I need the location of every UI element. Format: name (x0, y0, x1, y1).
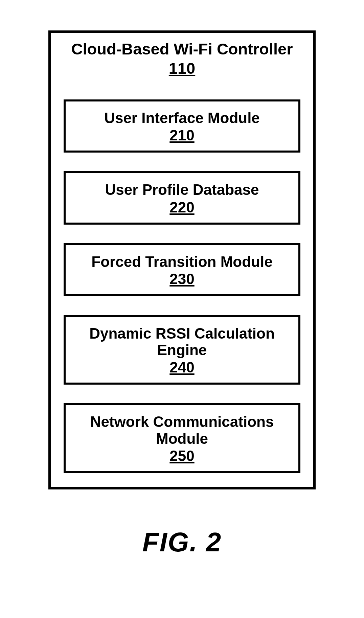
module-label: Dynamic RSSI Calculation Engine (69, 325, 295, 359)
module-ref: 240 (69, 359, 295, 376)
module-ref: 230 (69, 271, 295, 288)
figure-page: Cloud-Based Wi-Fi Controller 110 User In… (0, 0, 364, 618)
module-forced-transition: Forced Transition Module 230 (64, 243, 300, 296)
module-label: Forced Transition Module (69, 253, 295, 270)
module-label: Network Communications Module (69, 413, 295, 447)
container-ref: 110 (71, 59, 293, 77)
module-user-interface: User Interface Module 210 (64, 99, 300, 153)
module-ref: 250 (69, 448, 295, 464)
figure-caption: FIG. 2 (142, 527, 222, 558)
module-dynamic-rssi: Dynamic RSSI Calculation Engine 240 (64, 315, 300, 385)
module-user-profile-database: User Profile Database 220 (64, 171, 300, 224)
module-ref: 220 (69, 199, 295, 216)
module-label: User Interface Module (69, 110, 295, 126)
module-label: User Profile Database (69, 181, 295, 198)
container-header: Cloud-Based Wi-Fi Controller 110 (71, 40, 293, 77)
controller-container: Cloud-Based Wi-Fi Controller 110 User In… (48, 30, 316, 489)
container-title: Cloud-Based Wi-Fi Controller (71, 40, 293, 58)
module-network-communications: Network Communications Module 250 (64, 403, 300, 473)
module-ref: 210 (69, 127, 295, 144)
